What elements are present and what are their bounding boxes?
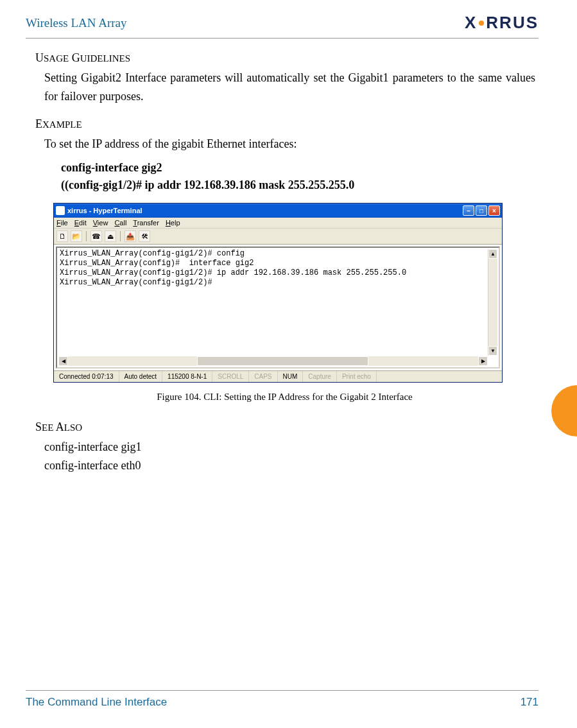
scroll-up-icon[interactable]: ▲ <box>488 249 497 259</box>
status-connected: Connected 0:07:13 <box>54 371 119 382</box>
menu-edit[interactable]: Edit <box>74 219 87 227</box>
terminal-output: Xirrus_WLAN_Array(config-gig1/2)# config… <box>57 248 499 289</box>
xirrus-logo: XRRUS <box>465 13 538 33</box>
figure-caption: Figure 104. CLI: Setting the IP Address … <box>34 392 535 403</box>
page-side-tab <box>551 385 577 437</box>
terminal-content-area: Xirrus_WLAN_Array(config-gig1/2)# config… <box>54 245 502 370</box>
horizontal-scrollbar[interactable]: ◀ ▶ <box>58 356 488 366</box>
see-also-item-1: config-interface gig1 <box>44 438 535 456</box>
example-commands: config-interface gig2 ((config-gig1/2)# … <box>61 159 535 194</box>
logo-dot-icon <box>479 21 484 26</box>
toolbar-call-icon[interactable]: ☎ <box>90 230 102 242</box>
example-cmd-1: config-interface gig2 <box>61 159 535 177</box>
example-intro: To set the IP address of the gigabit Eth… <box>44 135 535 153</box>
close-button[interactable]: × <box>488 205 500 216</box>
header-title: Wireless LAN Array <box>26 16 127 30</box>
status-num: NUM <box>278 371 304 382</box>
minimize-button[interactable]: – <box>463 205 474 216</box>
menu-help[interactable]: Help <box>166 219 180 227</box>
example-cmd-2: ((config-gig1/2)# ip addr 192.168.39.186… <box>61 177 535 194</box>
titlebar: xirrus - HyperTerminal – □ × <box>54 204 502 218</box>
vertical-scrollbar[interactable]: ▲ ▼ <box>488 249 497 356</box>
status-capture: Capture <box>303 371 337 382</box>
toolbar-send-icon[interactable]: 📤 <box>125 230 136 242</box>
menu-view[interactable]: View <box>93 219 108 227</box>
maximize-button[interactable]: □ <box>476 205 487 216</box>
toolbar: 🗋 📂 ☎ ⏏ 📤 🛠 <box>54 229 502 245</box>
app-icon <box>56 206 65 215</box>
menu-transfer[interactable]: Transfer <box>133 219 159 227</box>
see-also-heading: SEE ALSO <box>35 420 535 434</box>
usage-guidelines-text: Setting Gigabit2 Interface parameters wi… <box>44 69 535 106</box>
status-detect: Auto detect <box>119 371 163 382</box>
toolbar-open-icon[interactable]: 📂 <box>71 230 82 242</box>
hyperterminal-window: xirrus - HyperTerminal – □ × File Edit V… <box>53 203 503 383</box>
toolbar-new-icon[interactable]: 🗋 <box>56 230 68 242</box>
status-echo: Print echo <box>337 371 377 382</box>
menu-call[interactable]: Call <box>114 219 126 227</box>
scroll-thumb[interactable] <box>197 356 369 366</box>
toolbar-properties-icon[interactable]: 🛠 <box>139 230 150 242</box>
toolbar-disconnect-icon[interactable]: ⏏ <box>105 230 116 242</box>
menubar: File Edit View Call Transfer Help <box>54 218 502 229</box>
scroll-left-icon[interactable]: ◀ <box>58 356 68 366</box>
usage-guidelines-heading: USAGE GUIDELINES <box>35 51 535 65</box>
status-scroll: SCROLL <box>212 371 249 382</box>
menu-file[interactable]: File <box>56 219 68 227</box>
page-footer: The Command Line Interface 171 <box>26 690 538 709</box>
window-title: xirrus - HyperTerminal <box>67 207 142 214</box>
footer-page-number: 171 <box>521 696 538 709</box>
footer-section: The Command Line Interface <box>26 696 167 709</box>
example-heading: EXAMPLE <box>35 117 535 131</box>
status-caps: CAPS <box>249 371 277 382</box>
scroll-down-icon[interactable]: ▼ <box>488 346 497 356</box>
see-also-item-2: config-interface eth0 <box>44 456 535 475</box>
scroll-right-icon[interactable]: ▶ <box>478 356 488 366</box>
figure-container: xirrus - HyperTerminal – □ × File Edit V… <box>53 203 535 403</box>
page-header: Wireless LAN Array XRRUS <box>26 13 538 39</box>
statusbar: Connected 0:07:13 Auto detect 115200 8-N… <box>54 370 502 382</box>
status-baud: 115200 8-N-1 <box>162 371 212 382</box>
page-content: USAGE GUIDELINES Setting Gigabit2 Interf… <box>26 51 538 475</box>
